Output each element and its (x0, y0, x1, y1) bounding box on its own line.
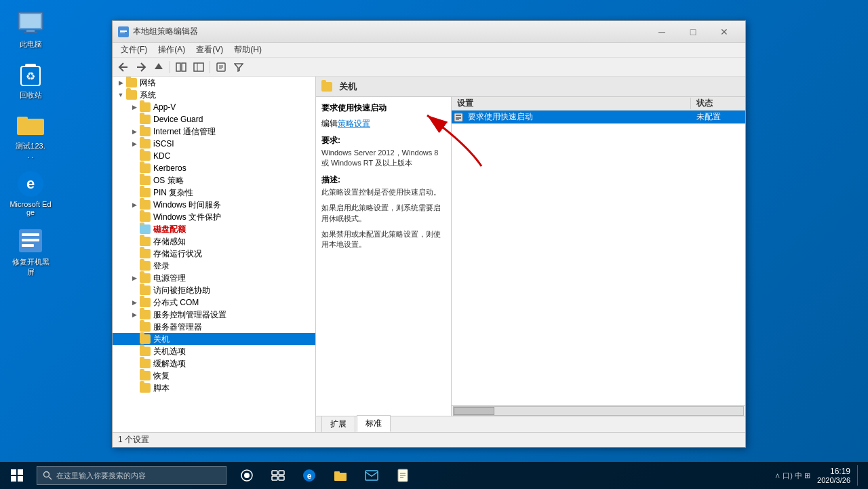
desktop-icon-edge[interactable]: e Microsoft Edge (7, 168, 54, 219)
desktop-icon-folder[interactable]: 测试123.. . (7, 109, 54, 162)
tree-item-dcom[interactable]: 分布式 COM (113, 296, 315, 309)
taskbar-explorer[interactable] (326, 462, 355, 489)
note1-section: 如果启用此策略设置，则系统需要启用休眠模式。 (321, 203, 446, 224)
requirement-label: 要求: (321, 135, 446, 146)
tree-item-kdc[interactable]: KDC (113, 150, 315, 162)
tree-item-shutdown[interactable]: 关机 (113, 333, 315, 345)
svg-text:e: e (26, 175, 35, 192)
svg-rect-30 (456, 115, 461, 116)
menu-view[interactable]: 查看(V) (191, 43, 229, 57)
tree-item-appv[interactable]: App-V (113, 101, 315, 113)
window-icon (118, 26, 129, 37)
taskbar-cortana[interactable] (232, 462, 262, 489)
taskbar-mail[interactable] (357, 462, 387, 489)
folder-icon-diskquota (140, 224, 151, 234)
tab-standard[interactable]: 标准 (357, 415, 391, 432)
menubar: 文件(F) 操作(A) 查看(V) 帮助(H) (113, 43, 745, 58)
taskbar-clock[interactable]: 16:19 2020/3/26 (817, 467, 850, 484)
folder-icon-kdc (140, 151, 151, 161)
tree-item-power[interactable]: 电源管理 (113, 272, 315, 284)
svg-rect-22 (182, 63, 186, 71)
tree-item-diskquota[interactable]: 磁盘配额 (113, 223, 315, 235)
tree-item-shutdownopts[interactable]: 关机选项 (113, 345, 315, 357)
filter-button[interactable] (231, 60, 247, 75)
desc-label: 描述: (321, 174, 446, 186)
clock-time: 16:19 (817, 467, 850, 476)
tree-item-system[interactable]: 系统 (113, 89, 315, 101)
policy-row-0[interactable]: 要求使用快速启动 未配置 (452, 111, 745, 124)
expand-icon-scm[interactable] (129, 309, 140, 320)
tree-item-deviceguard[interactable]: Device Guard (113, 113, 315, 125)
tree-label-kdc: KDC (153, 151, 170, 161)
svg-rect-21 (176, 63, 180, 71)
policy-table-rows[interactable]: 要求使用快速启动 未配置 (452, 111, 745, 405)
expand-icon-internet[interactable] (129, 126, 140, 137)
expand-icon-power[interactable] (129, 273, 140, 283)
edit-policy-link[interactable]: 策略设置 (338, 119, 370, 128)
start-button[interactable] (0, 462, 34, 489)
expand-icon-system[interactable] (115, 90, 126, 100)
menu-file[interactable]: 文件(F) (115, 43, 153, 57)
taskbar-show-desktop[interactable] (857, 465, 863, 486)
tree-item-servermgr[interactable]: 服务器管理器 (113, 321, 315, 333)
tree-item-storage[interactable]: 存储感知 (113, 235, 315, 248)
clock-date: 2020/3/26 (817, 476, 850, 484)
show-tree[interactable] (191, 60, 207, 75)
folder-icon-storage (140, 237, 151, 246)
taskbar-notepad[interactable] (388, 462, 418, 489)
svg-rect-32 (456, 119, 459, 120)
expand-icon-dcom[interactable] (129, 297, 140, 308)
tree-item-scripts[interactable]: 脚本 (113, 382, 315, 394)
desktop-icon-app[interactable]: 修复开机黑屏 (7, 224, 54, 280)
tab-expand[interactable]: 扩展 (321, 416, 355, 432)
tree-item-pin[interactable]: PIN 复杂性 (113, 187, 315, 199)
desktop-icon-computer[interactable]: 此电脑 (7, 7, 54, 52)
tree-item-ospolicy[interactable]: OS 策略 (113, 174, 315, 187)
tree-item-iscsi[interactable]: iSCSI (113, 138, 315, 150)
svg-rect-3 (24, 32, 37, 33)
policy-button[interactable] (213, 60, 229, 75)
tree-item-wintime[interactable]: Windows 时间服务 (113, 199, 315, 211)
close-button[interactable]: ✕ (709, 21, 740, 43)
taskbar-edge[interactable]: e (294, 462, 324, 489)
svg-point-37 (244, 473, 250, 478)
back-button[interactable] (115, 60, 132, 75)
menu-help[interactable]: 帮助(H) (229, 43, 267, 57)
up-button[interactable] (151, 60, 167, 75)
tree-item-recovery[interactable]: 恢复 (113, 370, 315, 382)
tree-item-internet[interactable]: Internet 通信管理 (113, 125, 315, 138)
tree-item-storagehealth[interactable]: 存储运行状况 (113, 248, 315, 260)
window-controls: ─ □ ✕ (646, 21, 740, 43)
tree-item-kerberos[interactable]: Kerberos (113, 162, 315, 174)
expand-icon-recovery (129, 370, 140, 381)
forward-button[interactable] (133, 60, 149, 75)
desktop-icon-recycle[interactable]: ♻ 回收站 (7, 58, 54, 103)
tree-item-scm[interactable]: 服务控制管理器设置 (113, 309, 315, 321)
horizontal-scrollbar[interactable] (452, 405, 745, 416)
expand-icon-wintime[interactable] (129, 199, 140, 210)
tree-label-shutdown: 关机 (153, 334, 170, 345)
folder-icon-header (321, 82, 332, 92)
expand-icon-network[interactable] (115, 77, 126, 88)
tree-item-winfile[interactable]: Windows 文件保护 (113, 211, 315, 223)
tree-item-login[interactable]: 登录 (113, 260, 315, 272)
menu-action[interactable]: 操作(A) (153, 43, 191, 57)
svg-rect-1 (20, 14, 41, 28)
maximize-button[interactable]: □ (677, 21, 709, 43)
tree-item-accessdenied[interactable]: 访问被拒绝协助 (113, 284, 315, 296)
tree-item-network[interactable]: 网络 (113, 77, 315, 89)
folder-icon-winfile (140, 212, 151, 222)
show-hide-tree[interactable] (173, 60, 189, 75)
tree-label-login: 登录 (153, 260, 170, 272)
tree-scroll[interactable]: 网络 系统 App-V Device G (113, 77, 315, 432)
tree-label-storagehealth: 存储运行状况 (153, 248, 202, 260)
expand-icon-appv[interactable] (129, 102, 140, 113)
col-status-header: 状态 (691, 98, 745, 109)
expand-icon-mitigation (129, 358, 140, 369)
svg-line-35 (49, 477, 52, 480)
minimize-button[interactable]: ─ (646, 21, 677, 43)
expand-icon-iscsi[interactable] (129, 138, 140, 149)
taskbar-taskview[interactable] (263, 462, 293, 489)
taskbar-search[interactable]: 在这里输入你要搜索的内容 (37, 466, 226, 485)
tree-item-mitigation[interactable]: 缓解选项 (113, 357, 315, 370)
